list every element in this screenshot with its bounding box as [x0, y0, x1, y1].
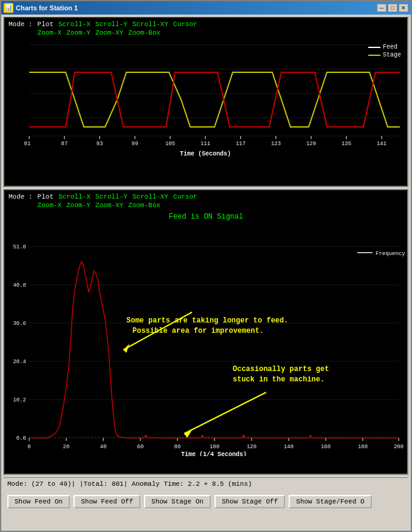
- show-stage-off-button[interactable]: Show Stage Off: [215, 495, 285, 508]
- top-chart: Mode : Plot Scroll-X Scroll-Y Scroll-XY …: [4, 17, 408, 187]
- svg-text:40.8: 40.8: [13, 282, 26, 288]
- bottom-mode-scroll-y[interactable]: Scroll-Y: [95, 193, 128, 200]
- svg-text:Occasionally parts get: Occasionally parts get: [233, 365, 329, 373]
- svg-text:141: 141: [377, 141, 386, 147]
- svg-text:Possible area for improvement.: Possible area for improvement.: [132, 327, 264, 335]
- minimize-button[interactable]: ─: [377, 4, 386, 12]
- top-chart-legend: Feed Stage: [368, 44, 401, 58]
- svg-text:stuck in the machine.: stuck in the machine.: [233, 375, 324, 384]
- svg-text:Frequency: Frequency: [376, 251, 405, 257]
- svg-text:30.6: 30.6: [13, 321, 26, 327]
- top-mode-zoom-xy[interactable]: Zoom-XY: [95, 29, 123, 36]
- svg-point-77: [242, 435, 245, 437]
- svg-text:81: 81: [24, 141, 31, 147]
- bottom-mode-zoom-y[interactable]: Zoom-Y: [66, 202, 91, 209]
- maximize-button[interactable]: □: [388, 4, 397, 12]
- svg-text:80: 80: [174, 444, 181, 450]
- button-bar: Show Feed On Show Feed Off Show Stage On…: [4, 493, 408, 511]
- svg-text:123: 123: [271, 141, 281, 147]
- title-bar: 📊 Charts for Station 1 ─ □ ✕: [1, 1, 411, 15]
- svg-point-78: [309, 435, 312, 437]
- top-chart-area: Feed Stage: [5, 39, 407, 157]
- top-mode-scroll-x[interactable]: Scroll-X: [58, 21, 91, 28]
- top-mode-zoom-y[interactable]: Zoom-Y: [66, 29, 91, 36]
- bottom-mode-scroll-x[interactable]: Scroll-X: [58, 193, 91, 200]
- svg-text:140: 140: [284, 444, 294, 450]
- svg-text:0.0: 0.0: [16, 435, 26, 442]
- show-feed-off-button[interactable]: Show Feed Off: [74, 495, 140, 508]
- svg-text:200: 200: [394, 444, 403, 450]
- top-mode-cursor[interactable]: Cursor: [173, 21, 197, 28]
- show-stage-feed-off-button[interactable]: Show Stage/Feed O: [289, 495, 371, 508]
- bottom-mode-label: Mode :: [9, 193, 33, 200]
- svg-text:87: 87: [61, 141, 68, 147]
- bottom-mode-cursor[interactable]: Cursor: [173, 193, 197, 200]
- svg-text:105: 105: [165, 141, 175, 147]
- bottom-mode-bar: Mode : Plot Scroll-X Scroll-Y Scroll-XY …: [5, 191, 407, 211]
- svg-line-71: [184, 392, 266, 434]
- window-title: Charts for Station 1: [16, 4, 78, 12]
- bottom-mode-zoom-xy[interactable]: Zoom-XY: [95, 202, 123, 209]
- status-text: Mode: (27 to 49)| |Total: 801| Anomaly T…: [7, 480, 252, 488]
- svg-point-76: [201, 435, 204, 437]
- svg-text:100: 100: [210, 444, 219, 450]
- svg-point-75: [145, 435, 147, 437]
- svg-marker-66: [123, 344, 129, 353]
- svg-text:0: 0: [27, 444, 30, 450]
- svg-text:40: 40: [100, 444, 107, 450]
- svg-text:129: 129: [306, 141, 316, 147]
- svg-text:60: 60: [137, 444, 144, 450]
- feed-signal-label: Feed is ON Signal: [5, 211, 407, 222]
- svg-text:20: 20: [63, 444, 70, 450]
- window-content: Mode : Plot Scroll-X Scroll-Y Scroll-XY …: [1, 15, 411, 531]
- svg-text:120: 120: [247, 444, 256, 450]
- top-mode-scroll-xy[interactable]: Scroll-XY: [132, 21, 168, 28]
- top-mode-label: Mode :: [9, 21, 33, 28]
- top-chart-svg: 81 87 93 99 105 111 117 123 129 135 141 …: [5, 39, 406, 157]
- bottom-mode-zoom-x[interactable]: Zoom-X: [38, 202, 62, 209]
- svg-text:Some parts are taking longer t: Some parts are taking longer to feed.: [126, 316, 288, 325]
- svg-text:160: 160: [321, 444, 331, 450]
- top-mode-bar: Mode : Plot Scroll-X Scroll-Y Scroll-XY …: [5, 18, 407, 39]
- feed-legend-line: [368, 47, 380, 48]
- window-icon: 📊: [4, 3, 13, 13]
- svg-text:51.0: 51.0: [13, 244, 26, 250]
- svg-text:111: 111: [201, 141, 210, 147]
- status-bar: Mode: (27 to 49)| |Total: 801| Anomaly T…: [4, 477, 408, 490]
- top-mode-zoom-box[interactable]: Zoom-Box: [128, 29, 160, 36]
- top-mode-scroll-y[interactable]: Scroll-Y: [95, 21, 128, 28]
- svg-text:Time (1/4 Seconds): Time (1/4 Seconds): [181, 451, 247, 456]
- main-window: 📊 Charts for Station 1 ─ □ ✕ Mode : Plot…: [0, 0, 412, 532]
- svg-text:10.2: 10.2: [13, 397, 26, 403]
- show-feed-on-button[interactable]: Show Feed On: [7, 495, 70, 508]
- svg-text:135: 135: [342, 141, 351, 147]
- svg-text:20.4: 20.4: [13, 359, 26, 365]
- close-button[interactable]: ✕: [399, 4, 408, 12]
- window-controls: ─ □ ✕: [377, 4, 408, 12]
- bottom-mode-plot[interactable]: Plot: [38, 193, 53, 200]
- stage-legend-label: Stage: [383, 52, 401, 58]
- svg-text:117: 117: [236, 141, 245, 147]
- top-mode-zoom-x[interactable]: Zoom-X: [38, 29, 62, 36]
- svg-text:99: 99: [132, 141, 139, 147]
- svg-text:Time (Seconds): Time (Seconds): [180, 151, 231, 157]
- svg-text:180: 180: [358, 444, 368, 450]
- show-stage-on-button[interactable]: Show Stage On: [144, 495, 211, 508]
- top-mode-plot[interactable]: Plot: [38, 21, 53, 28]
- bottom-chart: Mode : Plot Scroll-X Scroll-Y Scroll-XY …: [4, 189, 408, 475]
- bottom-mode-zoom-box[interactable]: Zoom-Box: [128, 202, 160, 209]
- svg-text:93: 93: [97, 141, 103, 147]
- bottom-mode-scroll-xy[interactable]: Scroll-XY: [132, 193, 168, 200]
- feed-legend-label: Feed: [383, 44, 397, 50]
- stage-legend-line: [368, 55, 380, 56]
- bottom-chart-svg: 0.0 10.2 20.4 30.6 40.8 51.0: [5, 222, 406, 456]
